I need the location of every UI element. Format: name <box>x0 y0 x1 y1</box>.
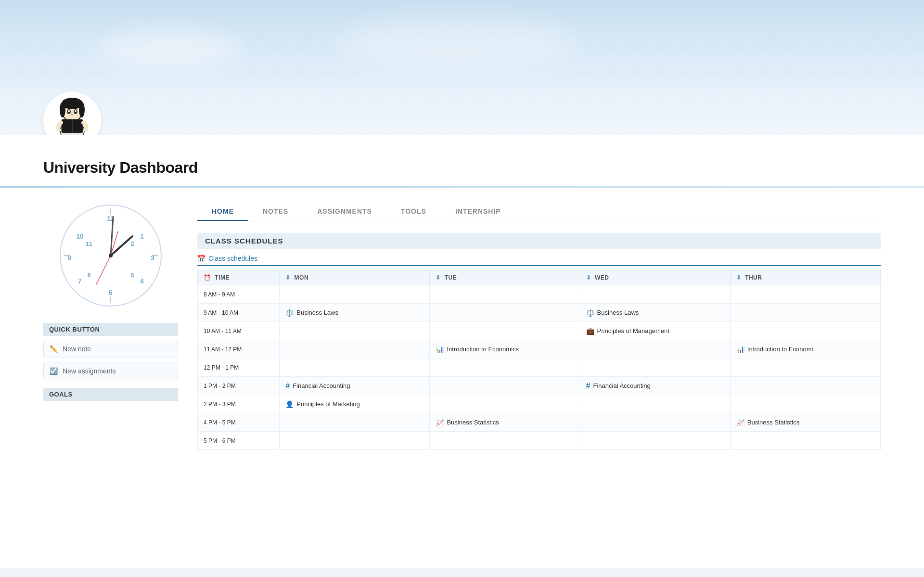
course-icon: # <box>586 382 590 390</box>
svg-text:11: 11 <box>86 240 92 247</box>
clock-face: 12 1 3 4 6 7 9 10 2 11 5 8 <box>58 203 164 308</box>
time-cell: 12 PM - 1 PM <box>198 359 280 377</box>
cell-mon-5: #Financial Accounting <box>280 377 430 395</box>
new-note-button[interactable]: ✏️ New note <box>43 340 178 358</box>
table-row: 5 PM - 6 PM <box>198 432 881 450</box>
nav-tabs: HOME NOTES ASSIGNMENTS TOOLS INTERNSHIP <box>197 203 881 221</box>
svg-text:9: 9 <box>67 254 71 262</box>
cell-wed-2: 💼Principles of Management <box>580 322 730 340</box>
cell-tue-7: 📈Business Statistics <box>430 413 580 432</box>
course-name: Business Laws <box>296 309 338 316</box>
table-row: 4 PM - 5 PM📈Business Statistics📈Business… <box>198 413 881 432</box>
col-header-time: ⏰ TIME <box>198 270 280 285</box>
svg-point-3 <box>79 102 85 117</box>
avatar <box>43 91 101 135</box>
avatar-container <box>43 91 101 135</box>
cell-mon-6: 👤Principles of Marketing <box>280 395 430 413</box>
time-cell: 9 AM - 10 AM <box>198 304 280 322</box>
avatar-illustration <box>48 96 96 135</box>
course-icon: 📊 <box>436 346 444 353</box>
time-cell: 4 PM - 5 PM <box>198 413 280 432</box>
cell-mon-0 <box>280 285 430 304</box>
right-content: HOME NOTES ASSIGNMENTS TOOLS INTERNSHIP … <box>197 203 881 450</box>
course-icon: # <box>285 382 290 390</box>
quick-button-section-header: QUICK BUTTON <box>43 323 178 336</box>
cell-tue-8 <box>430 432 580 450</box>
clock-container: 12 1 3 4 6 7 9 10 2 11 5 8 <box>43 203 178 308</box>
tab-home[interactable]: HOME <box>197 203 248 221</box>
course-icon: 📈 <box>436 419 444 426</box>
time-cell: 2 PM - 3 PM <box>198 395 280 413</box>
schedule-tab-row: 📅 Class schedules <box>197 255 881 266</box>
course-name: Business Statistics <box>747 419 799 426</box>
course-icon: 💼 <box>586 327 594 335</box>
course-icon: ⚖️ <box>586 309 594 317</box>
page-title: University Dashboard <box>43 159 881 177</box>
main-layout: 12 1 3 4 6 7 9 10 2 11 5 8 <box>0 188 924 464</box>
time-cell: 10 AM - 11 AM <box>198 322 280 340</box>
cell-mon-4 <box>280 359 430 377</box>
cell-mon-1: ⚖️Business Laws <box>280 304 430 322</box>
edit-icon: ✏️ <box>50 345 58 353</box>
new-assignments-label: New assignments <box>63 367 116 375</box>
svg-text:2: 2 <box>130 240 134 247</box>
cell-mon-7 <box>280 413 430 432</box>
cell-thur-5 <box>730 377 880 395</box>
cell-wed-8 <box>580 432 730 450</box>
arrow-down-icon-wed: ⬇ <box>586 274 591 281</box>
schedule-tab[interactable]: 📅 Class schedules <box>197 255 257 262</box>
title-area: University Dashboard <box>0 135 924 186</box>
table-row: 9 AM - 10 AM⚖️Business Laws⚖️Business La… <box>198 304 881 322</box>
time-cell: 5 PM - 6 PM <box>198 432 280 450</box>
cell-wed-0 <box>580 285 730 304</box>
new-assignments-button[interactable]: ☑️ New assignments <box>43 362 178 380</box>
cell-thur-1 <box>730 304 880 322</box>
tab-tools[interactable]: TOOLS <box>386 203 441 221</box>
page-content: University Dashboard 12 <box>0 135 924 568</box>
time-cell: 8 AM - 9 AM <box>198 285 280 304</box>
new-note-label: New note <box>63 345 91 353</box>
cell-mon-8 <box>280 432 430 450</box>
cell-thur-7: 📈Business Statistics <box>730 413 880 432</box>
tab-internship[interactable]: INTERNSHIP <box>441 203 515 221</box>
cell-tue-5 <box>430 377 580 395</box>
cell-wed-1: ⚖️Business Laws <box>580 304 730 322</box>
schedule-table: ⏰ TIME ⬇ MON ⬇ TUE ⬇ WED <box>197 270 881 450</box>
table-row: 8 AM - 9 AM <box>198 285 881 304</box>
cell-tue-6 <box>430 395 580 413</box>
hero-banner <box>0 0 924 135</box>
col-header-tue: ⬇ TUE <box>430 270 580 285</box>
table-row: 12 PM - 1 PM <box>198 359 881 377</box>
checkbox-icon: ☑️ <box>50 367 58 375</box>
tab-notes[interactable]: NOTES <box>248 203 303 221</box>
time-cell: 1 PM - 2 PM <box>198 377 280 395</box>
arrow-down-icon-mon: ⬇ <box>285 274 291 281</box>
course-name: Principles of Marketing <box>296 400 360 408</box>
cell-wed-7 <box>580 413 730 432</box>
calendar-icon: 📅 <box>197 255 205 262</box>
cell-thur-3: 📊Introduction to Economi <box>730 340 880 359</box>
course-icon: 📊 <box>736 346 744 353</box>
cell-thur-4 <box>730 359 880 377</box>
tab-assignments[interactable]: ASSIGNMENTS <box>303 203 386 221</box>
cell-wed-4 <box>580 359 730 377</box>
table-row: 11 AM - 12 PM📊Introduction to Economics📊… <box>198 340 881 359</box>
col-header-thur: ⬇ THUR <box>730 270 880 285</box>
col-header-wed: ⬇ WED <box>580 270 730 285</box>
class-schedules-title: CLASS SCHEDULES <box>197 233 881 249</box>
cell-wed-3 <box>580 340 730 359</box>
svg-text:3: 3 <box>151 254 154 262</box>
svg-text:4: 4 <box>140 277 144 285</box>
svg-point-7 <box>75 110 77 112</box>
table-row: 2 PM - 3 PM👤Principles of Marketing <box>198 395 881 413</box>
cell-tue-3: 📊Introduction to Economics <box>430 340 580 359</box>
cell-thur-8 <box>730 432 880 450</box>
course-name: Financial Accounting <box>593 382 651 389</box>
svg-point-6 <box>68 110 70 112</box>
course-name: Principles of Management <box>597 327 669 334</box>
svg-text:1: 1 <box>140 232 144 240</box>
cell-mon-3 <box>280 340 430 359</box>
course-icon: ⚖️ <box>285 309 294 317</box>
cell-thur-0 <box>730 285 880 304</box>
cell-tue-1 <box>430 304 580 322</box>
